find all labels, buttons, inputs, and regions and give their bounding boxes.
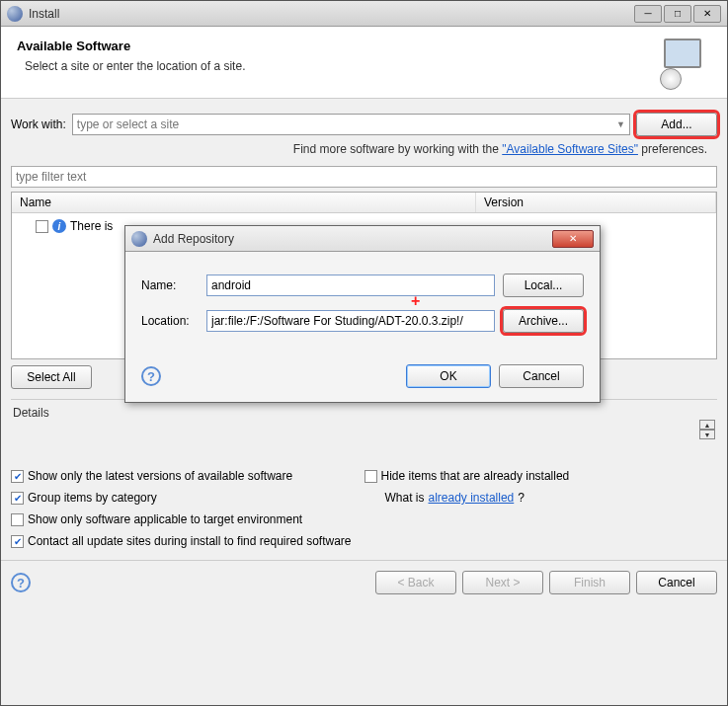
show-latest-checkbox[interactable]: [11, 470, 24, 483]
wizard-header: Available Software Select a site or ente…: [1, 27, 727, 99]
details-label: Details: [13, 406, 49, 420]
modal-title: Add Repository: [153, 232, 552, 246]
hide-installed-checkbox[interactable]: [364, 470, 377, 483]
column-name[interactable]: Name: [12, 193, 476, 212]
details-up-button[interactable]: ▲: [699, 420, 715, 430]
combo-arrow-icon: ▼: [616, 119, 625, 129]
install-banner-icon: [664, 39, 711, 86]
work-with-label: Work with:: [11, 118, 66, 131]
add-button[interactable]: Add...: [636, 113, 717, 136]
target-env-label: Show only software applicable to target …: [28, 512, 302, 526]
modal-cancel-button[interactable]: Cancel: [499, 364, 584, 388]
hide-installed-label: Hide items that are already installed: [381, 469, 570, 483]
row-text: There is: [70, 219, 113, 233]
window-buttons: ─ □ ✕: [634, 5, 721, 23]
name-input[interactable]: [206, 275, 495, 296]
header-subtitle: Select a site or enter the location of a…: [25, 59, 664, 73]
filter-input[interactable]: [11, 166, 717, 188]
row-checkbox[interactable]: [36, 220, 48, 233]
eclipse-icon: [131, 231, 147, 247]
details-section: Details ▲ ▼: [11, 399, 717, 465]
group-category-label: Group items by category: [28, 491, 157, 505]
close-button[interactable]: ✕: [693, 5, 721, 23]
column-version[interactable]: Version: [476, 193, 716, 212]
modal-close-button[interactable]: ✕: [552, 230, 594, 248]
maximize-button[interactable]: □: [664, 5, 691, 23]
wizard-footer: ? < Back Next > Finish Cancel: [1, 560, 727, 604]
next-button[interactable]: Next >: [462, 571, 543, 594]
header-title: Available Software: [17, 39, 664, 53]
contact-all-label: Contact all update sites during install …: [28, 534, 352, 548]
contact-all-checkbox[interactable]: [11, 535, 24, 548]
info-icon: i: [52, 219, 66, 233]
ok-button[interactable]: OK: [406, 364, 491, 388]
name-label: Name:: [141, 278, 199, 292]
eclipse-icon: [7, 6, 23, 22]
add-repository-dialog: Add Repository ✕ Name: Local... Location…: [124, 225, 601, 403]
cancel-button[interactable]: Cancel: [636, 571, 717, 594]
modal-titlebar: Add Repository ✕: [125, 226, 600, 252]
location-label: Location:: [141, 314, 199, 328]
find-more-text: Find more software by working with the "…: [11, 142, 707, 156]
target-env-checkbox[interactable]: [11, 513, 24, 526]
location-input[interactable]: [206, 310, 495, 332]
back-button[interactable]: < Back: [375, 571, 456, 594]
select-all-button[interactable]: Select All: [11, 365, 92, 389]
details-down-button[interactable]: ▼: [699, 430, 715, 439]
archive-button[interactable]: Archive...: [503, 309, 584, 333]
work-with-combo[interactable]: type or select a site ▼: [72, 114, 630, 135]
finish-button[interactable]: Finish: [549, 571, 630, 594]
help-icon[interactable]: ?: [11, 573, 31, 592]
local-button[interactable]: Local...: [503, 274, 584, 297]
available-sites-link[interactable]: "Available Software Sites": [502, 142, 638, 156]
already-installed-link[interactable]: already installed: [429, 491, 515, 505]
minimize-button[interactable]: ─: [634, 5, 662, 23]
main-titlebar: Install ─ □ ✕: [1, 1, 727, 27]
group-category-checkbox[interactable]: [11, 492, 24, 505]
modal-help-icon[interactable]: ?: [141, 366, 161, 386]
window-title: Install: [29, 7, 634, 21]
what-is-text: What is: [385, 491, 425, 505]
show-latest-label: Show only the latest versions of availab…: [28, 469, 292, 483]
work-with-placeholder: type or select a site: [77, 118, 179, 131]
